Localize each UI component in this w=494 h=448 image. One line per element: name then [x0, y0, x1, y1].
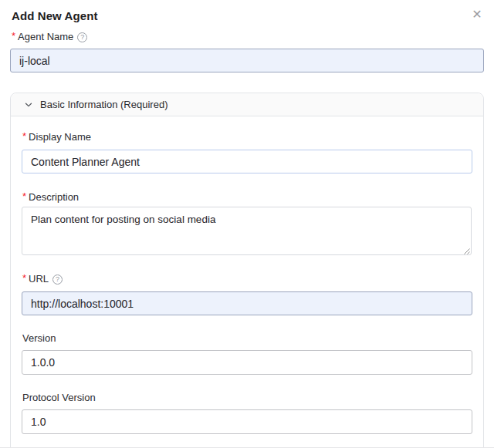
version-input[interactable] [22, 350, 472, 375]
description-label-text: Description [29, 191, 79, 204]
url-input[interactable] [22, 291, 472, 315]
description-textarea[interactable]: Plan content for posting on social media [22, 207, 472, 255]
display-name-input[interactable] [22, 150, 472, 173]
display-name-label: * Display Name [22, 131, 91, 143]
protocol-version-label: Protocol Version [22, 392, 96, 404]
close-icon: ✕ [472, 8, 482, 21]
display-name-label-text: Display Name [29, 131, 91, 143]
description-label: * Description [22, 191, 79, 204]
version-label-text: Version [22, 332, 56, 345]
protocol-version-label-text: Protocol Version [22, 392, 96, 404]
section-title: Basic Information (Required) [40, 99, 167, 110]
help-icon[interactable]: ? [77, 32, 87, 42]
close-button[interactable]: ✕ [468, 5, 486, 24]
protocol-version-input[interactable] [22, 409, 472, 434]
page-title: Add New Agent [12, 9, 98, 22]
version-label: Version [22, 332, 56, 345]
agent-name-input[interactable] [10, 49, 484, 72]
basic-information-panel: Basic Information (Required) * Display N… [10, 93, 484, 448]
help-icon[interactable]: ? [52, 275, 63, 285]
resize-handle-icon[interactable] [462, 247, 471, 255]
required-asterisk: * [12, 30, 15, 42]
basic-information-header[interactable]: Basic Information (Required) [11, 93, 483, 116]
url-label: * URL ? [22, 273, 63, 285]
agent-name-label-text: Agent Name [18, 31, 73, 43]
chevron-down-icon [24, 100, 33, 109]
required-asterisk: * [22, 130, 26, 143]
url-label-text: URL [29, 273, 49, 285]
agent-name-label: * Agent Name ? [12, 31, 87, 43]
add-agent-dialog: Add New Agent ✕ * Agent Name ? Basic Inf… [0, 0, 494, 448]
required-asterisk: * [22, 190, 26, 203]
required-asterisk: * [22, 272, 26, 285]
